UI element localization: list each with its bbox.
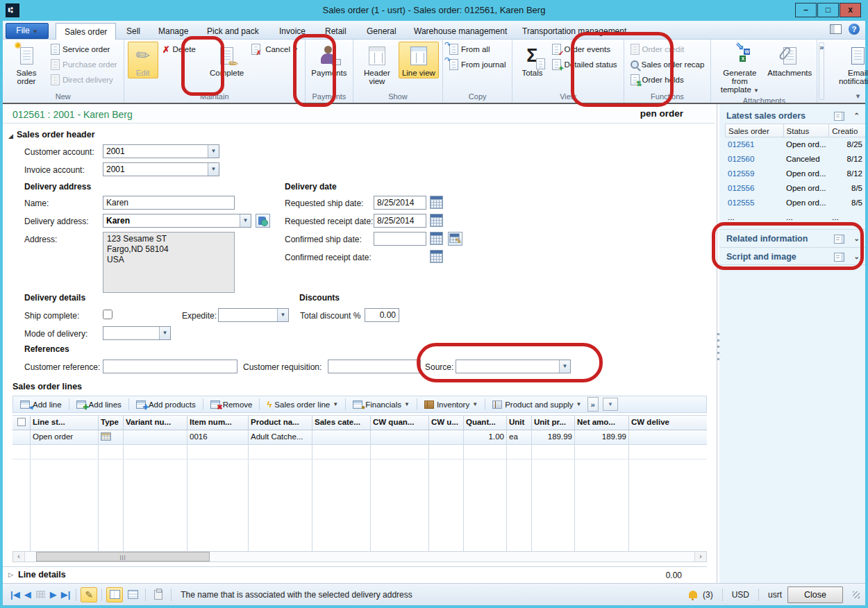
address-book-button[interactable] [256,214,270,228]
order-events-button[interactable]: ✓Order events [549,42,619,57]
totals-button[interactable]: Σ Totals [516,42,548,78]
sales-order-line-menu[interactable]: ϟSales order line▼ [262,397,342,412]
clipboard-button[interactable] [150,587,167,602]
minimize-button[interactable]: – [795,3,817,17]
select-all-cell[interactable] [12,416,31,430]
col-cw-quantity[interactable]: CW quan... [371,416,429,430]
resize-grip[interactable] [853,591,860,598]
col-net-amount[interactable]: Net amo... [575,416,629,430]
customer-requisition-field[interactable] [328,360,421,373]
tab-general[interactable]: General [358,23,405,40]
toolbar-overflow-button[interactable]: » [587,397,599,412]
col-quantity[interactable]: Quant... [464,416,507,430]
delete-button[interactable]: ✗Delete [160,42,206,57]
file-menu-button[interactable]: File▼ [6,23,49,39]
col-unit[interactable]: Unit [507,416,532,430]
calendar-icon[interactable] [430,250,443,263]
payments-button[interactable]: Payments [309,42,349,78]
detailed-status-button[interactable]: ✦Detailed status [549,57,619,72]
open-pane-icon[interactable] [834,253,844,262]
source-field[interactable]: ▼ [456,360,571,373]
sales-order-link[interactable]: 012559 [725,167,783,181]
line-view-button[interactable]: Line view [399,42,439,78]
toolbar-dropdown[interactable]: ▼ [603,398,618,411]
tab-transportation-management[interactable]: Transportation management [514,23,635,40]
chevron-down-icon[interactable]: ▼ [277,309,288,321]
customer-reference-field[interactable] [103,360,237,373]
first-record-icon[interactable]: |◀ [10,590,20,599]
col-cw-unit[interactable]: CW u... [429,416,464,430]
grid-view-button[interactable] [124,587,141,602]
col-unit-price[interactable]: Unit pr... [532,416,575,430]
requested-receipt-date-field[interactable] [374,214,426,228]
scrollbar-thumb[interactable]: ||| [36,552,210,561]
email-notification-button[interactable]: Email notification [829,42,868,87]
expand-chevron-icon[interactable]: ⌄ [854,253,860,260]
add-products-button[interactable]: ✚Add products [132,397,200,412]
requested-ship-date-field[interactable] [374,196,426,210]
expand-triangle-icon[interactable]: ▷ [8,571,13,578]
mode-of-delivery-field[interactable]: ▼ [103,326,171,340]
sales-order-link[interactable]: 012561 [725,137,783,152]
customer-account-field[interactable]: ▼ [103,144,219,158]
add-lines-button[interactable]: ✚Add lines [72,397,126,412]
close-window-button[interactable]: x [840,3,861,17]
notifications-bell-icon[interactable] [689,591,697,598]
invoice-account-field[interactable]: ▼ [103,162,219,176]
calendar-icon[interactable] [430,232,443,245]
sales-order-link[interactable]: 012560 [725,152,783,167]
col-cw-delivery[interactable]: CW delive [629,416,681,430]
horizontal-scrollbar[interactable]: ‹ ||| › [12,551,707,562]
grid-data-row[interactable]: Open order 0016 Adult Catche... 1.00 ea … [12,430,707,445]
ribbon-overflow-button[interactable]: » [819,42,824,100]
from-journal-button[interactable]: ↷From journal [446,57,509,72]
pane-layout-icon[interactable] [830,24,842,34]
service-order-button[interactable]: Service order [48,42,120,57]
open-pane-icon[interactable] [834,235,844,244]
remove-button[interactable]: ✖Remove [206,397,257,412]
notification-count[interactable]: (3) [703,590,713,600]
next-record-icon[interactable]: ▶ [50,590,57,599]
sales-order-link[interactable]: 012556 [725,181,783,196]
tab-manage[interactable]: Manage [150,23,197,40]
confirm-date-button[interactable]: ✎ [448,232,462,246]
calendar-icon[interactable] [430,214,443,227]
attachments-button[interactable]: Attachments [766,42,813,78]
edit-mode-button[interactable]: ✎ [81,587,97,602]
order-holds-button[interactable]: ⇅Order holds [628,72,708,87]
col-item-number[interactable]: Item num... [187,416,249,430]
chevron-down-icon[interactable]: ▼ [159,327,170,339]
previous-record-icon[interactable]: ◀ [24,590,31,599]
checkbox-icon[interactable] [17,418,26,426]
delivery-address-field[interactable]: ▼ [103,214,251,228]
chevron-down-icon[interactable]: ▼ [208,145,219,158]
tab-sales-order[interactable]: Sales order [56,23,116,40]
sales-order-recap-button[interactable]: Sales order recap [628,57,708,72]
maximize-button[interactable]: □ [817,3,839,17]
col-sales-category[interactable]: Sales cate... [312,416,371,430]
collapse-triangle-icon[interactable]: ◢ [8,133,13,140]
add-line-button[interactable]: ◂Add line [16,397,66,412]
group-dialog-launcher-icon[interactable]: ▾ [827,92,868,103]
collapse-chevron-icon[interactable]: ⌃ [854,112,860,119]
confirmed-ship-date-field[interactable] [374,232,426,246]
sales-order-new-button[interactable]: ✺ Sales order [6,42,47,87]
financials-menu[interactable]: ●Financials▼ [349,397,414,412]
col-line-status[interactable]: Line st... [31,416,99,430]
related-information-pane[interactable]: Related information ⌄ [719,229,865,247]
tab-retail[interactable]: Retail [317,23,355,40]
complete-button[interactable]: ✎ Complete [207,42,247,78]
script-and-image-pane[interactable]: Script and image ⌄ [719,247,865,265]
open-pane-icon[interactable] [834,112,844,121]
scroll-right-icon[interactable]: › [694,552,706,561]
calendar-icon[interactable] [430,196,443,209]
last-record-icon[interactable]: ▶| [61,590,71,599]
details-view-button[interactable] [106,587,123,602]
col-variant-number[interactable]: Variant nu... [124,416,187,430]
expedite-field[interactable]: ▼ [218,308,289,322]
chevron-down-icon[interactable]: ▼ [240,214,251,227]
chevron-down-icon[interactable]: ▼ [559,360,570,373]
cancel-button[interactable]: ✗Cancel▼ [249,42,301,57]
expand-chevron-icon[interactable]: ⌄ [854,235,860,242]
product-and-supply-menu[interactable]: Product and supply▼ [488,397,585,412]
